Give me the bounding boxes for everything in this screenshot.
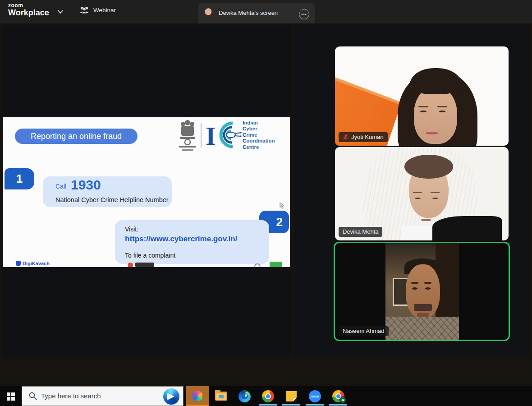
taskbar-item-zoom[interactable]: zoom	[303, 386, 326, 406]
face-detail	[431, 192, 440, 193]
open-app-indicator	[282, 404, 300, 406]
sticky-notes-icon	[286, 391, 297, 401]
zoom-workplace-logo: zoom Workplace	[8, 3, 49, 17]
face-detail	[414, 304, 431, 311]
face-detail	[418, 106, 428, 107]
chevron-down-icon[interactable]	[57, 9, 64, 15]
start-button[interactable]	[0, 386, 22, 406]
website-box: Visit: https://www.cybercrime.gov.in/ To…	[115, 220, 269, 264]
brand-workplace: Workplace	[8, 9, 49, 17]
name-badge-jyoti: Jyoti Kumari	[339, 132, 388, 142]
cybercrime-url-link[interactable]: https://www.cybercrime.gov.in/	[125, 235, 237, 244]
step-1-number: 1	[5, 168, 34, 189]
participant-face	[414, 86, 457, 144]
search-placeholder: Type here to search	[41, 392, 101, 400]
face-detail	[421, 219, 431, 221]
digikavach-logo: DigiKavach	[16, 261, 50, 266]
face-detail	[415, 198, 421, 199]
tab-avatar	[204, 8, 214, 18]
taskbar-search-input[interactable]: Type here to search	[22, 386, 183, 406]
participant-name: Naseem Ahmad	[343, 328, 385, 334]
tab-label: Devika Mehta's screen	[219, 9, 278, 16]
logo-line: Crime	[243, 132, 275, 138]
taskbar-item-chrome[interactable]	[256, 386, 280, 406]
copilot-swirl-icon[interactable]	[163, 388, 179, 405]
mic-muted-icon	[343, 134, 349, 140]
taskbar-item-sticky-notes[interactable]	[280, 386, 303, 406]
logo-line: Coordination	[243, 138, 275, 144]
copilot-icon	[193, 391, 202, 401]
mouse-cursor-icon	[279, 202, 285, 209]
open-app-indicator	[329, 404, 347, 406]
zoom-app-icon: zoom	[309, 390, 321, 402]
open-app-indicator	[259, 404, 277, 406]
name-badge-naseem: Naseem Ahmad	[339, 326, 389, 336]
zoom-header-bar: zoom Workplace Webinar Devika Mehta's sc…	[0, 0, 532, 23]
participant-blazer	[432, 216, 502, 240]
shield-icon	[16, 261, 21, 266]
search-icon	[28, 392, 37, 401]
presentation-slide: Reporting an online fraud I	[3, 117, 290, 267]
visit-label: Visit:	[125, 226, 138, 233]
participant-shirt	[385, 317, 459, 340]
face-detail	[424, 282, 431, 284]
taskbar-item-chrome-profile[interactable]: A	[326, 386, 350, 406]
face-detail	[432, 198, 438, 199]
taskbar-item-edge[interactable]	[233, 386, 256, 406]
webinar-people-icon	[79, 6, 89, 14]
face-detail	[411, 282, 418, 284]
slide-title-pill: Reporting an online fraud	[15, 129, 138, 144]
participant-hair-top	[404, 155, 453, 179]
i4c-logo-text: Indian Cyber Crime Coordination Centre	[243, 120, 275, 150]
tab-webinar[interactable]: Webinar	[79, 6, 116, 14]
face-detail	[439, 111, 445, 112]
i4c-logo-icon: I	[205, 120, 242, 149]
windows-taskbar: Type here to search zoom A	[0, 386, 532, 406]
open-app-indicator	[306, 404, 324, 406]
helpline-number: 1930	[71, 177, 101, 193]
chrome-profile-badge: A	[339, 397, 346, 403]
edge-icon	[238, 390, 251, 402]
face-detail	[437, 106, 447, 107]
face-detail	[417, 313, 429, 317]
helpline-box: Call 1930 National Cyber Crime Helpline …	[43, 176, 172, 207]
footer-logo-fragment	[128, 263, 133, 267]
footer-logo-fragment	[270, 262, 282, 267]
participant-name: Jyoti Kumari	[351, 134, 384, 140]
face-detail	[413, 192, 422, 193]
logo-line: Indian	[243, 120, 275, 126]
file-explorer-icon	[215, 392, 227, 401]
video-tile-jyoti-kumari[interactable]: Jyoti Kumari	[335, 46, 509, 146]
logo-line: Cyber	[243, 126, 275, 132]
logo-line: Centre	[243, 144, 275, 150]
webinar-label: Webinar	[93, 7, 116, 14]
windows-logo-icon	[7, 392, 15, 401]
india-state-emblem-icon	[177, 120, 198, 152]
video-tile-naseem-ahmad[interactable]: Naseem Ahmad	[334, 242, 510, 341]
taskbar-item-copilot[interactable]	[186, 386, 209, 406]
portrait-video-strip	[385, 243, 459, 340]
face-detail	[426, 132, 438, 134]
tab-more-options-icon[interactable]: •••	[299, 9, 309, 19]
shared-screen-panel: Reporting an online fraud I	[2, 25, 291, 357]
logo-separator	[201, 123, 202, 148]
brand-zoom: zoom	[8, 3, 49, 8]
participant-hair	[410, 68, 462, 94]
tab-devika-screen[interactable]: Devika Mehta's screen •••	[198, 3, 315, 23]
video-tile-devika-mehta[interactable]: Devika Mehta	[335, 147, 509, 240]
svg-text:I: I	[206, 121, 216, 149]
face-detail	[420, 111, 427, 112]
helpline-subtitle: National Cyber Crime Helpline Number	[55, 196, 169, 203]
name-badge-devika: Devika Mehta	[339, 227, 382, 237]
zoom-app-window: zoom Workplace Webinar Devika Mehta's sc…	[0, 0, 532, 406]
participant-name: Devika Mehta	[343, 228, 378, 235]
taskbar-item-file-explorer[interactable]	[209, 386, 233, 406]
chrome-icon	[262, 390, 274, 402]
footer-logo-fragment	[135, 263, 154, 267]
call-label: Call	[55, 183, 66, 190]
complaint-subtitle: To file a complaint	[125, 252, 175, 259]
footer-logo-fragment	[254, 263, 261, 267]
